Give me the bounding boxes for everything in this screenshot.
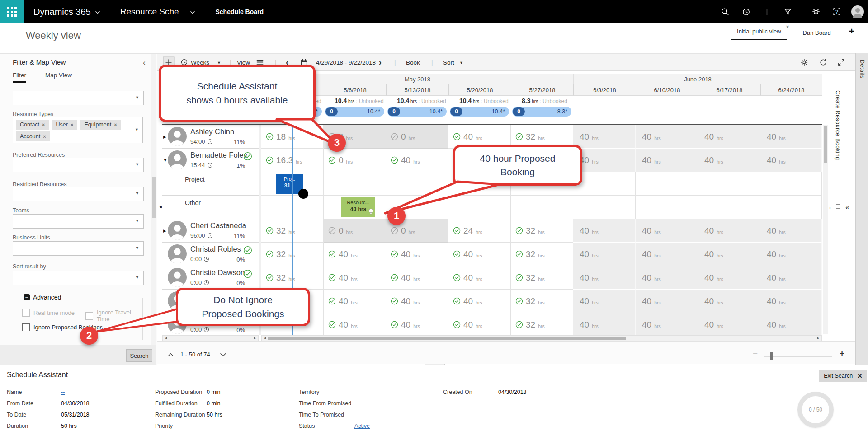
field-value-name[interactable]: --: [61, 389, 65, 395]
scroll-right-icon[interactable]: ►: [253, 336, 257, 340]
expand-right-icon[interactable]: ‹: [829, 204, 831, 211]
grid-cell[interactable]: 32hrs: [511, 266, 573, 290]
add-board-tab-button[interactable]: +: [847, 26, 856, 40]
grid-cell[interactable]: 40hrs: [386, 243, 448, 266]
nav-app-menu[interactable]: Resource Sche...: [110, 0, 205, 23]
fullscreen-icon[interactable]: [837, 58, 845, 68]
resource-row-header[interactable]: ▼Bernadette Foley15:441%: [162, 149, 259, 172]
date-range[interactable]: 4/29/2018 - 9/22/2018: [316, 59, 376, 66]
grid-cell[interactable]: 40hrs: [698, 125, 760, 149]
preferred-resources-select[interactable]: ▼: [13, 158, 144, 172]
grid-cell[interactable]: [573, 172, 636, 196]
grid-cell[interactable]: [636, 196, 698, 219]
remove-chip-icon[interactable]: ×: [114, 122, 117, 127]
grid-cell[interactable]: 40hrs: [573, 313, 636, 335]
filter-tab-map-view[interactable]: Map View: [45, 72, 72, 81]
grid-cell[interactable]: 40hrs: [636, 266, 698, 290]
grid-cell[interactable]: [760, 172, 822, 196]
expand-row-icon[interactable]: ▶: [163, 135, 166, 139]
grid-cell[interactable]: 40hrs: [386, 149, 448, 172]
recent-items-icon[interactable]: [736, 0, 756, 23]
filter-tab-filter[interactable]: Filter: [13, 72, 26, 83]
grid-cell[interactable]: 32hrs: [511, 313, 573, 335]
grid-cell[interactable]: 40hrs: [698, 149, 760, 172]
refresh-icon[interactable]: [819, 58, 827, 68]
grid-cell[interactable]: 40hrs: [573, 290, 636, 313]
teams-select[interactable]: ▼: [13, 214, 144, 229]
expand-row-icon[interactable]: ▶: [163, 229, 166, 233]
chevron-down-icon[interactable]: ▼: [459, 61, 463, 65]
grid-cell[interactable]: 0hrs: [324, 149, 386, 172]
grid-cell[interactable]: 40hrs: [573, 219, 636, 243]
grid-cell[interactable]: 40hrs: [636, 125, 698, 149]
grid-cell[interactable]: 0hrs: [324, 219, 386, 243]
grid-cell[interactable]: 40hrs: [698, 266, 760, 290]
grid-cell[interactable]: 32hrs: [511, 290, 573, 313]
book-button[interactable]: Book: [406, 59, 420, 66]
grid-cell[interactable]: 40hrs: [573, 149, 636, 172]
grid-cell[interactable]: 32hrs: [511, 243, 573, 266]
grid-cell[interactable]: 40hrs: [760, 313, 822, 335]
zoom-slider-thumb[interactable]: [770, 352, 773, 360]
grid-cell[interactable]: 40hrs: [636, 149, 698, 172]
grid-cell[interactable]: 40hrs: [573, 266, 636, 290]
scroll-left-icon[interactable]: ◄: [263, 336, 267, 340]
filter-panel-scrollbar[interactable]: [151, 54, 156, 345]
grid-cell[interactable]: 40hrs: [448, 243, 511, 266]
remove-chip-icon[interactable]: ×: [43, 134, 46, 139]
board-settings-icon[interactable]: [800, 58, 808, 68]
grid-cell[interactable]: 40hrs: [636, 313, 698, 335]
sort-result-by-select[interactable]: ▼: [13, 271, 144, 285]
grid-cell[interactable]: 40hrs: [324, 243, 386, 266]
zoom-out-button[interactable]: −: [753, 348, 758, 358]
grid-cell[interactable]: 40hrs: [760, 125, 822, 149]
zoom-in-button[interactable]: +: [840, 348, 844, 358]
create-resource-booking-tab[interactable]: Create Resource Booking: [835, 90, 841, 194]
collapse-names-column-icon[interactable]: ◄: [158, 204, 163, 209]
capacity-bar[interactable]: 010.4*: [387, 107, 447, 117]
grid-cell[interactable]: 32hrs: [511, 219, 573, 243]
grid-cell[interactable]: 40hrs: [448, 290, 511, 313]
restricted-resources-select[interactable]: ▼: [13, 187, 144, 201]
grid-cell[interactable]: [511, 196, 573, 219]
collapse-row-icon[interactable]: ▼: [163, 158, 167, 163]
grid-cell[interactable]: [636, 172, 698, 196]
grid-horizontal-scrollbar[interactable]: ◄ ►: [261, 335, 822, 341]
grid-cell[interactable]: 40hrs: [760, 290, 822, 313]
page-up-icon[interactable]: [168, 351, 174, 358]
capacity-bar[interactable]: 08.3*: [512, 107, 571, 117]
names-horizontal-scrollbar[interactable]: ◄ ►: [162, 335, 259, 341]
grid-cell[interactable]: 40hrs: [324, 266, 386, 290]
grid-cell[interactable]: 40hrs: [636, 290, 698, 313]
resource-row-header[interactable]: Christie Dawson0:000%: [162, 266, 259, 290]
search-icon[interactable]: [715, 0, 736, 23]
grid-cell[interactable]: 40hrs: [760, 243, 822, 266]
remove-chip-icon[interactable]: ×: [42, 122, 45, 127]
grid-cell[interactable]: 40hrs: [573, 125, 636, 149]
booking-resize-handle[interactable]: [298, 189, 308, 199]
grid-cell[interactable]: 40hrs: [386, 266, 448, 290]
checkbox-box[interactable]: [22, 323, 30, 331]
resource-row-header[interactable]: ▶Ashley Chinn94:0011%: [162, 125, 259, 149]
resource-types-select[interactable]: Contact×User×Equipment×Account×▼: [13, 117, 143, 143]
user-avatar[interactable]: [847, 0, 868, 23]
business-units-select[interactable]: ▼: [13, 241, 144, 256]
expand-details-icon[interactable]: «: [845, 203, 849, 211]
grid-cell[interactable]: 40hrs: [698, 290, 760, 313]
grid-cell[interactable]: 40hrs: [324, 290, 386, 313]
grid-cell[interactable]: 40hrs: [636, 243, 698, 266]
grid-cell[interactable]: [760, 196, 822, 219]
grid-cell[interactable]: 40hrs: [698, 243, 760, 266]
sort-menu[interactable]: Sort: [443, 59, 454, 66]
group-row-project[interactable]: Project: [162, 172, 259, 196]
field-value-status[interactable]: Active: [354, 423, 370, 429]
app-launcher-button[interactable]: [0, 0, 24, 23]
collapse-advanced-icon[interactable]: −: [24, 294, 30, 300]
board-tab-dan-board[interactable]: Dan Board: [797, 27, 836, 40]
grid-cell[interactable]: 40hrs: [448, 266, 511, 290]
grid-cell[interactable]: [698, 172, 760, 196]
grid-cell[interactable]: 40hrs: [448, 313, 511, 335]
settings-gear-icon[interactable]: [806, 0, 826, 23]
search-button[interactable]: Search: [126, 349, 152, 362]
characteristics-select[interactable]: ▼: [13, 91, 144, 105]
